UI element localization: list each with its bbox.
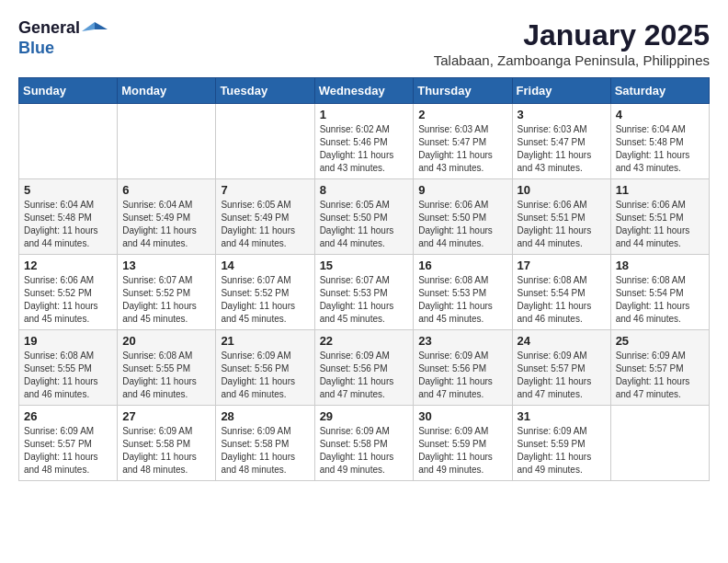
day-number: 24 [518,334,606,348]
day-info: Sunrise: 6:06 AM Sunset: 5:51 PM Dayligh… [616,199,704,250]
svg-marker-0 [95,22,108,29]
logo-text: General [18,18,108,39]
calendar-cell: 30Sunrise: 6:09 AM Sunset: 5:59 PM Dayli… [414,406,512,481]
day-number: 25 [616,334,704,348]
day-number: 12 [24,259,112,272]
day-number: 6 [122,183,210,197]
calendar-cell: 28Sunrise: 6:09 AM Sunset: 5:58 PM Dayli… [216,406,314,481]
calendar-cell: 12Sunrise: 6:06 AM Sunset: 5:52 PM Dayli… [19,255,118,330]
calendar-cell [216,104,314,179]
calendar-cell: 3Sunrise: 6:03 AM Sunset: 5:47 PM Daylig… [512,104,610,179]
calendar-cell: 20Sunrise: 6:08 AM Sunset: 5:55 PM Dayli… [118,330,216,406]
day-info: Sunrise: 6:06 AM Sunset: 5:51 PM Dayligh… [518,199,606,250]
day-info: Sunrise: 6:09 AM Sunset: 5:56 PM Dayligh… [221,350,309,401]
day-info: Sunrise: 6:09 AM Sunset: 5:58 PM Dayligh… [320,425,409,477]
weekday-header: Thursday [414,78,512,104]
calendar-cell: 21Sunrise: 6:09 AM Sunset: 5:56 PM Dayli… [216,330,314,406]
day-info: Sunrise: 6:09 AM Sunset: 5:59 PM Dayligh… [518,425,606,477]
day-info: Sunrise: 6:04 AM Sunset: 5:49 PM Dayligh… [122,199,210,250]
day-number: 8 [320,183,409,197]
day-info: Sunrise: 6:05 AM Sunset: 5:50 PM Dayligh… [320,199,409,250]
calendar-week-row: 5Sunrise: 6:04 AM Sunset: 5:48 PM Daylig… [19,179,710,255]
logo-blue: Blue [18,39,54,57]
day-info: Sunrise: 6:04 AM Sunset: 5:48 PM Dayligh… [616,123,704,175]
day-number: 29 [320,409,409,423]
day-info: Sunrise: 6:09 AM Sunset: 5:58 PM Dayligh… [122,425,210,477]
calendar-week-row: 19Sunrise: 6:08 AM Sunset: 5:55 PM Dayli… [19,330,710,406]
calendar-cell: 29Sunrise: 6:09 AM Sunset: 5:58 PM Dayli… [314,406,414,481]
day-number: 4 [616,108,704,121]
day-number: 3 [518,108,606,121]
calendar-cell: 6Sunrise: 6:04 AM Sunset: 5:49 PM Daylig… [118,179,216,255]
day-number: 18 [616,259,704,272]
weekday-header: Monday [118,78,216,104]
day-number: 30 [418,409,506,423]
day-info: Sunrise: 6:06 AM Sunset: 5:52 PM Dayligh… [24,274,112,326]
page-header: General Blue January 2025 Talabaan, Zamb… [18,18,710,68]
calendar-cell: 8Sunrise: 6:05 AM Sunset: 5:50 PM Daylig… [314,179,414,255]
day-info: Sunrise: 6:08 AM Sunset: 5:54 PM Dayligh… [616,274,704,326]
day-info: Sunrise: 6:09 AM Sunset: 5:57 PM Dayligh… [616,350,704,401]
day-number: 11 [616,183,704,197]
calendar-cell: 18Sunrise: 6:08 AM Sunset: 5:54 PM Dayli… [610,255,709,330]
calendar-table: SundayMondayTuesdayWednesdayThursdayFrid… [18,77,710,481]
calendar-cell: 22Sunrise: 6:09 AM Sunset: 5:56 PM Dayli… [314,330,414,406]
weekday-header: Sunday [19,78,118,104]
day-info: Sunrise: 6:03 AM Sunset: 5:47 PM Dayligh… [518,123,606,175]
calendar-cell: 14Sunrise: 6:07 AM Sunset: 5:52 PM Dayli… [216,255,314,330]
calendar-cell: 11Sunrise: 6:06 AM Sunset: 5:51 PM Dayli… [610,179,709,255]
day-number: 15 [320,259,409,272]
calendar-cell: 24Sunrise: 6:09 AM Sunset: 5:57 PM Dayli… [512,330,610,406]
calendar-cell: 4Sunrise: 6:04 AM Sunset: 5:48 PM Daylig… [610,104,709,179]
day-number: 26 [24,409,112,423]
calendar-cell [118,104,216,179]
day-number: 21 [221,334,309,348]
weekday-header: Wednesday [314,78,414,104]
day-number: 23 [418,334,506,348]
calendar-week-row: 12Sunrise: 6:06 AM Sunset: 5:52 PM Dayli… [19,255,710,330]
calendar-week-row: 1Sunrise: 6:02 AM Sunset: 5:46 PM Daylig… [19,104,710,179]
day-info: Sunrise: 6:07 AM Sunset: 5:52 PM Dayligh… [221,274,309,326]
month-title: January 2025 [434,18,710,52]
day-number: 14 [221,259,309,272]
day-number: 16 [418,259,506,272]
logo-general: General [18,18,80,37]
day-number: 19 [24,334,112,348]
day-number: 2 [418,108,506,121]
weekday-header: Saturday [610,78,709,104]
logo-bird-icon [82,20,108,39]
day-info: Sunrise: 6:08 AM Sunset: 5:53 PM Dayligh… [418,274,506,326]
title-block: January 2025 Talabaan, Zamboanga Peninsu… [434,18,710,68]
day-number: 5 [24,183,112,197]
calendar-cell: 13Sunrise: 6:07 AM Sunset: 5:52 PM Dayli… [118,255,216,330]
calendar-week-row: 26Sunrise: 6:09 AM Sunset: 5:57 PM Dayli… [19,406,710,481]
calendar-cell: 10Sunrise: 6:06 AM Sunset: 5:51 PM Dayli… [512,179,610,255]
day-info: Sunrise: 6:09 AM Sunset: 5:57 PM Dayligh… [518,350,606,401]
day-number: 17 [518,259,606,272]
day-number: 27 [122,409,210,423]
day-info: Sunrise: 6:05 AM Sunset: 5:49 PM Dayligh… [221,199,309,250]
calendar-cell [19,104,118,179]
day-info: Sunrise: 6:09 AM Sunset: 5:56 PM Dayligh… [418,350,506,401]
day-info: Sunrise: 6:07 AM Sunset: 5:53 PM Dayligh… [320,274,409,326]
calendar-cell: 5Sunrise: 6:04 AM Sunset: 5:48 PM Daylig… [19,179,118,255]
calendar-cell: 23Sunrise: 6:09 AM Sunset: 5:56 PM Dayli… [414,330,512,406]
day-number: 1 [320,108,409,121]
day-info: Sunrise: 6:08 AM Sunset: 5:55 PM Dayligh… [24,350,112,401]
day-number: 9 [418,183,506,197]
day-number: 28 [221,409,309,423]
calendar-cell: 15Sunrise: 6:07 AM Sunset: 5:53 PM Dayli… [314,255,414,330]
day-info: Sunrise: 6:08 AM Sunset: 5:55 PM Dayligh… [122,350,210,401]
calendar-cell: 17Sunrise: 6:08 AM Sunset: 5:54 PM Dayli… [512,255,610,330]
calendar-cell: 1Sunrise: 6:02 AM Sunset: 5:46 PM Daylig… [314,104,414,179]
calendar-cell: 2Sunrise: 6:03 AM Sunset: 5:47 PM Daylig… [414,104,512,179]
day-number: 10 [518,183,606,197]
calendar-cell: 31Sunrise: 6:09 AM Sunset: 5:59 PM Dayli… [512,406,610,481]
day-info: Sunrise: 6:09 AM Sunset: 5:59 PM Dayligh… [418,425,506,477]
calendar-cell: 16Sunrise: 6:08 AM Sunset: 5:53 PM Dayli… [414,255,512,330]
day-number: 31 [518,409,606,423]
location-title: Talabaan, Zamboanga Peninsula, Philippin… [434,52,710,68]
day-number: 13 [122,259,210,272]
day-number: 22 [320,334,409,348]
day-info: Sunrise: 6:09 AM Sunset: 5:57 PM Dayligh… [24,425,112,477]
